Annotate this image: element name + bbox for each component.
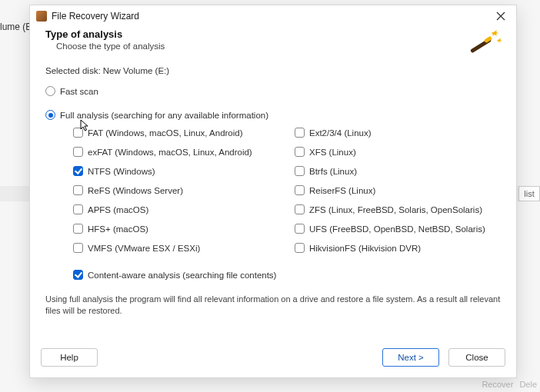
fast-scan-radio[interactable]: Fast scan bbox=[45, 86, 501, 96]
fs-label: XFS (Linux) bbox=[309, 148, 356, 157]
fs-label: ZFS (Linux, FreeBSD, Solaris, OpenSolari… bbox=[309, 205, 482, 214]
fs-label: NTFS (Windows) bbox=[88, 167, 155, 176]
checkbox-icon bbox=[73, 166, 83, 176]
page-subtitle: Choose the type of analysis bbox=[56, 42, 501, 51]
next-button[interactable]: Next > bbox=[382, 348, 439, 367]
fs-label: ReiserFS (Linux) bbox=[309, 186, 375, 195]
wizard-wand-icon bbox=[468, 27, 502, 60]
checkbox-icon bbox=[73, 147, 83, 157]
content-aware-checkbox[interactable]: Content-aware analysis (searching file c… bbox=[73, 270, 501, 280]
selected-disk-value: New Volume (E:) bbox=[103, 66, 169, 75]
checkbox-icon bbox=[295, 166, 305, 176]
fs-label: exFAT (Windows, macOS, Linux, Android) bbox=[88, 148, 252, 157]
bg-footer-buttons: Recover Dele bbox=[482, 380, 537, 389]
checkbox-icon bbox=[295, 204, 305, 214]
fs-checkbox-reiserfs[interactable]: ReiserFS (Linux) bbox=[295, 185, 501, 195]
fs-label: UFS (FreeBSD, OpenBSD, NetBSD, Solaris) bbox=[309, 224, 485, 234]
wizard-footer: Help Next > Close bbox=[30, 341, 516, 377]
fs-checkbox-ufs[interactable]: UFS (FreeBSD, OpenBSD, NetBSD, Solaris) bbox=[295, 224, 501, 234]
bg-delete-button: Dele bbox=[519, 380, 537, 389]
wizard-header: Type of analysis Choose the type of anal… bbox=[30, 27, 516, 58]
selected-disk-label: Selected disk: bbox=[45, 66, 101, 75]
fs-label: VMFS (VMware ESX / ESXi) bbox=[88, 244, 200, 253]
checkbox-icon bbox=[73, 185, 83, 195]
fs-checkbox-exfat[interactable]: exFAT (Windows, macOS, Linux, Android) bbox=[73, 147, 279, 157]
file-recovery-wizard-dialog: File Recovery Wizard Type of analysis Ch… bbox=[29, 5, 517, 378]
titlebar-title: File Recovery Wizard bbox=[52, 11, 139, 22]
fs-label: APFS (macOS) bbox=[88, 205, 148, 214]
radio-icon bbox=[45, 110, 55, 120]
fs-checkbox-ext[interactable]: Ext2/3/4 (Linux) bbox=[295, 128, 501, 138]
fs-checkbox-apfs[interactable]: APFS (macOS) bbox=[73, 204, 279, 214]
checkbox-icon bbox=[295, 224, 305, 234]
fs-checkbox-xfs[interactable]: XFS (Linux) bbox=[295, 147, 501, 157]
checkbox-icon bbox=[73, 243, 83, 253]
full-analysis-label: Full analysis (searching for any availab… bbox=[60, 111, 268, 120]
full-analysis-radio[interactable]: Full analysis (searching for any availab… bbox=[45, 110, 501, 120]
fast-scan-label: Fast scan bbox=[60, 87, 98, 96]
content-aware-label: Content-aware analysis (searching file c… bbox=[88, 271, 276, 280]
help-button[interactable]: Help bbox=[41, 348, 98, 367]
fs-label: FAT (Windows, macOS, Linux, Android) bbox=[88, 128, 243, 138]
selected-disk-row: Selected disk: New Volume (E:) bbox=[45, 66, 501, 75]
checkbox-icon bbox=[73, 204, 83, 214]
fs-label: ReFS (Windows Server) bbox=[88, 186, 183, 195]
fs-checkbox-btrfs[interactable]: Btrfs (Linux) bbox=[295, 166, 501, 176]
fs-checkbox-fat[interactable]: FAT (Windows, macOS, Linux, Android) bbox=[73, 128, 279, 138]
fs-checkbox-refs[interactable]: ReFS (Windows Server) bbox=[73, 185, 279, 195]
checkbox-icon bbox=[295, 185, 305, 195]
checkbox-icon bbox=[295, 243, 305, 253]
fs-label: Btrfs (Linux) bbox=[309, 167, 357, 176]
checkbox-icon bbox=[73, 224, 83, 234]
close-button[interactable]: Close bbox=[448, 348, 505, 367]
fs-label: HikvisionFS (Hikvision DVR) bbox=[309, 244, 421, 253]
fs-label: HFS+ (macOS) bbox=[88, 224, 148, 234]
app-icon bbox=[36, 11, 47, 22]
bg-list-button[interactable]: list bbox=[518, 186, 540, 201]
fs-checkbox-hfs[interactable]: HFS+ (macOS) bbox=[73, 224, 279, 234]
checkbox-icon bbox=[295, 128, 305, 138]
page-title: Type of analysis bbox=[45, 28, 501, 40]
wizard-content: Selected disk: New Volume (E:) Fast scan… bbox=[30, 58, 516, 341]
analysis-description: Using full analysis the program will fin… bbox=[45, 294, 501, 317]
filesystem-list: FAT (Windows, macOS, Linux, Android)Ext2… bbox=[73, 125, 501, 256]
fs-checkbox-hikfs[interactable]: HikvisionFS (Hikvision DVR) bbox=[295, 243, 501, 253]
titlebar: File Recovery Wizard bbox=[30, 5, 516, 27]
close-icon[interactable] bbox=[490, 8, 512, 24]
fs-checkbox-zfs[interactable]: ZFS (Linux, FreeBSD, Solaris, OpenSolari… bbox=[295, 204, 501, 214]
fs-label: Ext2/3/4 (Linux) bbox=[309, 128, 372, 138]
fs-checkbox-vmfs[interactable]: VMFS (VMware ESX / ESXi) bbox=[73, 243, 279, 253]
checkbox-icon bbox=[295, 147, 305, 157]
fs-checkbox-ntfs[interactable]: NTFS (Windows) bbox=[73, 166, 279, 176]
bg-recover-button: Recover bbox=[482, 380, 513, 389]
checkbox-icon bbox=[73, 128, 83, 138]
checkbox-icon bbox=[73, 270, 83, 280]
radio-icon bbox=[45, 86, 55, 96]
